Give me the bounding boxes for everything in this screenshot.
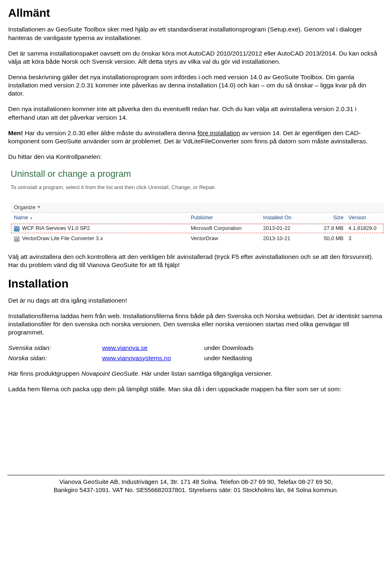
para-2: Det är samma installationspaket oavsett … <box>8 49 384 66</box>
para-3: Denna beskrivning gäller det nya install… <box>8 73 384 98</box>
col-name[interactable]: Name ▲ <box>14 214 191 221</box>
para-8: Det är nu dags att dra igång installatio… <box>8 296 384 305</box>
heading-allmant: Allmänt <box>8 6 384 20</box>
site-desc: under Nedlasting <box>204 354 384 362</box>
table-row[interactable]: VectorDraw Lite File Converter 3.x Vecto… <box>11 234 384 244</box>
heading-installation: Installation <box>8 276 384 291</box>
program-icon <box>14 226 20 232</box>
page-footer: Vianova GeoSuite AB, Industrivägen 14, 3… <box>7 475 385 495</box>
para-1: Installationen av GeoSuite Toolbox sker … <box>8 25 384 42</box>
cell-name: WCF RIA Services V1.0 SP2 <box>22 225 90 232</box>
cp-toolbar: Organize ▼ <box>11 203 384 213</box>
link-vianovasystems-no[interactable]: www.vianovasystems.no <box>102 354 171 361</box>
col-publisher[interactable]: Publisher <box>191 214 263 221</box>
para-5-underline: före installation <box>198 129 240 136</box>
para-4: Den nya installationen kommer inte att p… <box>8 105 384 121</box>
para-9: Installationsfilerna laddas hem från web… <box>8 312 384 336</box>
program-icon <box>14 236 20 242</box>
col-version[interactable]: Version <box>348 214 381 221</box>
cell-version: 3 <box>348 235 381 242</box>
chevron-down-icon: ▼ <box>37 205 41 210</box>
para-10-italic: Novapoint GeoSuite <box>81 370 138 377</box>
para-5-a: Har du version 2.0.30 eller äldre måste … <box>23 129 197 136</box>
cell-version: 4.1.61829.0 <box>348 225 381 232</box>
cell-installed: 2013-10-21 <box>263 235 307 242</box>
para-10-b: . Här under listan samtliga tillgängliga… <box>138 370 272 377</box>
table-row[interactable]: WCF RIA Services V1.0 SP2 Microsoft Corp… <box>11 223 384 234</box>
cp-header-row: Name ▲ Publisher Installed On Size Versi… <box>11 213 384 223</box>
site-label: Svenska sidan: <box>8 344 102 352</box>
cell-publisher: Microsoft Corporation <box>191 225 263 232</box>
para-5: Men! Har du version 2.0.30 eller äldre m… <box>8 129 384 145</box>
cell-name: VectorDraw Lite File Converter 3.x <box>22 235 103 242</box>
cell-size: 27,8 MB <box>307 225 349 232</box>
cp-title: Uninstall or change a program <box>11 168 384 180</box>
para-5-bold: Men! <box>8 129 23 136</box>
footer-line-2: Bankgiro 5437-1091. VAT No. SE5566820378… <box>7 486 385 494</box>
para-10-a: Här finns produktgruppen <box>8 370 81 377</box>
footer-line-1: Vianova GeoSuite AB, Industrivägen 14, 3… <box>7 478 385 486</box>
cell-publisher: VectorDraw <box>191 235 263 242</box>
sort-asc-icon: ▲ <box>30 216 33 220</box>
cp-subtitle: To uninstall a program, select it from t… <box>11 184 384 191</box>
site-row-se: Svenska sidan: www.vianova.se under Down… <box>8 344 384 352</box>
para-11: Ladda hem filerna och packa upp dem på l… <box>8 385 384 393</box>
organize-button[interactable]: Organize <box>14 204 36 211</box>
control-panel-screenshot: Uninstall or change a program To uninsta… <box>8 168 384 244</box>
col-name-label: Name <box>14 214 28 221</box>
cell-size: 50,0 MB <box>307 235 349 242</box>
col-size[interactable]: Size <box>307 214 349 221</box>
link-vianova-se[interactable]: www.vianova.se <box>102 344 147 351</box>
para-6: Du hittar den via Kontrollpanelen: <box>8 153 384 161</box>
site-row-no: Norska sidan: www.vianovasystems.no unde… <box>8 354 384 362</box>
site-desc: under Downloads <box>204 344 384 352</box>
site-label: Norska sidan: <box>8 354 102 362</box>
col-installed[interactable]: Installed On <box>263 214 307 221</box>
para-7: Välj att avinstallera den och kontroller… <box>8 253 384 269</box>
para-10: Här finns produktgruppen Novapoint GeoSu… <box>8 370 384 378</box>
cell-installed: 2013-01-22 <box>263 225 307 232</box>
